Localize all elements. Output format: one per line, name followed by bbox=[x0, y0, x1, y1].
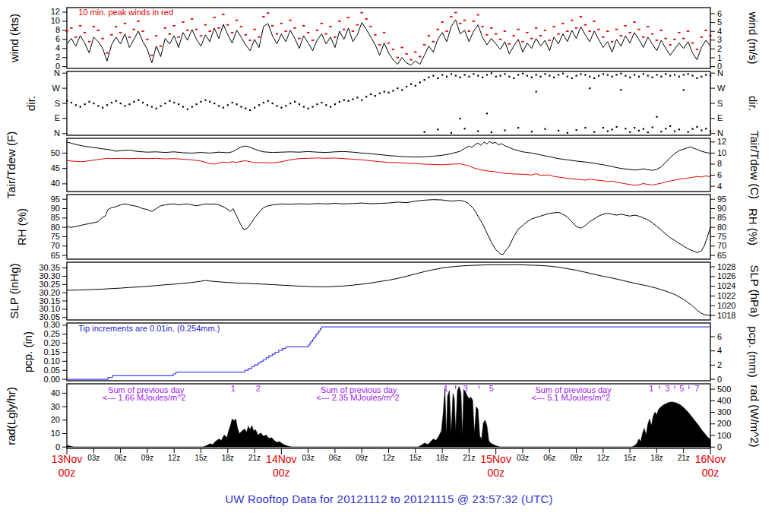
wind-peak-dot bbox=[508, 43, 511, 45]
wind-peak-dot bbox=[499, 39, 501, 40]
wind-peak-dot bbox=[549, 40, 551, 41]
dir-dot bbox=[164, 103, 166, 104]
dir-dot bbox=[643, 73, 644, 74]
dir-dot bbox=[356, 97, 358, 98]
dir-dot bbox=[204, 100, 206, 101]
rh-left-tick-label: 85 bbox=[51, 213, 60, 222]
dir-dot bbox=[312, 106, 314, 107]
dir-dot bbox=[629, 131, 631, 133]
wind-peak-dot bbox=[378, 44, 381, 46]
wind-peak-dot bbox=[137, 21, 139, 22]
wind-peak-dot bbox=[437, 29, 439, 30]
dir-dot bbox=[280, 107, 282, 109]
wind-peak-dot bbox=[633, 21, 635, 23]
dir-dot bbox=[308, 108, 309, 109]
wind-left-axis-label: wind (kts) bbox=[8, 14, 21, 63]
wind-peak-dot bbox=[387, 43, 390, 44]
dir-dot bbox=[254, 107, 255, 109]
dir-dot bbox=[249, 109, 251, 111]
wind-peak-dot bbox=[213, 17, 215, 18]
rh-left-tick-label: 75 bbox=[51, 232, 60, 241]
panel-border-dir bbox=[67, 71, 710, 135]
dir-dot bbox=[656, 74, 657, 75]
dir-dot bbox=[227, 104, 229, 106]
dir-left-axis-label: dir. bbox=[24, 96, 37, 111]
dir-dot bbox=[321, 102, 322, 103]
dir-dot bbox=[593, 78, 595, 79]
rad-sum-mark: 3 bbox=[665, 384, 669, 393]
wind-right-axis-label: wind (m/s) bbox=[747, 11, 760, 64]
rad-sum-mark: 1 bbox=[231, 384, 236, 393]
wind-peak-dot bbox=[217, 27, 220, 29]
wind-peak-dot bbox=[262, 16, 264, 17]
dir-dot bbox=[638, 130, 640, 131]
wind-peak-dot bbox=[669, 44, 671, 46]
dir-dot bbox=[544, 73, 546, 74]
dir-dot bbox=[593, 131, 595, 133]
pcp-right-tick-label: 2 bbox=[717, 360, 722, 369]
dir-dot bbox=[710, 75, 711, 77]
wind-peak-dot bbox=[383, 32, 385, 33]
x-axis-hour-label: 06z bbox=[543, 454, 555, 462]
wind-left-tick-label: 12 bbox=[51, 7, 60, 16]
slp-left-tick-label: 30.10 bbox=[39, 304, 60, 313]
wind-peak-dot bbox=[400, 47, 403, 49]
dir-dot bbox=[638, 76, 640, 78]
dir-dot bbox=[348, 100, 349, 102]
dir-dot bbox=[330, 106, 331, 107]
dir-left-tick-label: W bbox=[52, 84, 61, 93]
wind-peak-dot bbox=[611, 41, 613, 43]
dir-dot bbox=[401, 89, 403, 90]
dir-dot bbox=[705, 128, 707, 129]
dir-dot bbox=[451, 132, 452, 134]
rad-left-axis-label: rad(Lgly/hr) bbox=[5, 387, 17, 445]
dir-dot bbox=[370, 93, 372, 95]
dir-dot bbox=[701, 76, 702, 78]
wind-peak-dot bbox=[160, 46, 162, 47]
pcp-right-tick-label: 0 bbox=[717, 375, 722, 384]
rad-right-tick-label: 100 bbox=[717, 431, 731, 440]
dir-dot bbox=[97, 105, 99, 106]
rh-left-tick-label: 70 bbox=[51, 241, 60, 250]
dir-dot bbox=[111, 102, 112, 103]
x-axis-hour-label: 21z bbox=[463, 454, 475, 462]
wind-peak-dot bbox=[552, 26, 555, 27]
dir-dot bbox=[696, 78, 697, 79]
slp-right-tick-label: 1028 bbox=[717, 262, 735, 271]
rad-annotation: <--- 1.66 MJoules/m^2 bbox=[103, 393, 185, 402]
dir-dot bbox=[598, 75, 599, 77]
wind-peak-dot bbox=[334, 36, 336, 38]
x-axis-hour-label: 03z bbox=[517, 454, 529, 462]
dir-dot bbox=[558, 74, 559, 75]
dir-right-axis-label: dir. bbox=[747, 96, 760, 111]
dir-dot bbox=[473, 73, 474, 74]
wind-peak-dot bbox=[620, 35, 622, 36]
dir-dot bbox=[93, 103, 94, 104]
wind-peak-dot bbox=[628, 32, 631, 33]
dir-dot bbox=[615, 74, 617, 75]
wind-right-tick-label: 5 bbox=[717, 17, 722, 27]
wind-peak-dot bbox=[285, 30, 287, 32]
wind-peak-dot bbox=[276, 33, 278, 35]
page-title: UW Rooftop Data for 20121112 to 20121115… bbox=[0, 492, 778, 505]
dir-dot bbox=[151, 106, 153, 107]
wind-peak-dot bbox=[240, 26, 242, 27]
wind-peak-dot bbox=[660, 30, 663, 31]
dir-dot bbox=[495, 76, 497, 78]
wind-peak-dot bbox=[530, 38, 533, 40]
dir-dot bbox=[531, 131, 533, 132]
dir-dot bbox=[71, 102, 72, 103]
rad-left-tick-label: 40 bbox=[51, 388, 60, 397]
wind-peak-dot bbox=[115, 26, 117, 27]
dir-dot bbox=[294, 101, 296, 103]
rh-right-tick-label: 80 bbox=[717, 223, 726, 232]
slp-right-tick-label: 1020 bbox=[717, 301, 735, 310]
wind-peak-dot bbox=[172, 25, 175, 27]
dir-dot bbox=[643, 128, 644, 130]
panel-rad: 0102030400100200300400500rad(Lgly/hr)rad… bbox=[5, 384, 761, 451]
wind-peak-dot bbox=[544, 30, 546, 31]
tair-right-tick-label: 10 bbox=[717, 148, 726, 157]
x-axis-hour-label: 09z bbox=[356, 454, 368, 462]
dir-dot bbox=[620, 73, 621, 74]
wind-peak-dot bbox=[571, 20, 573, 21]
